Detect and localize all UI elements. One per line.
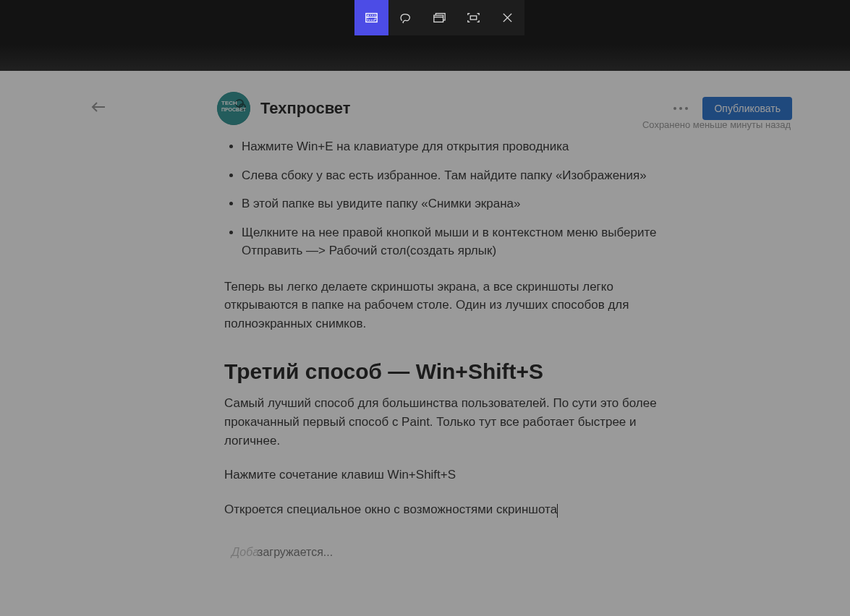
- paragraph[interactable]: Самый лучший способ для большинства поль…: [224, 394, 660, 450]
- close-icon: [501, 12, 514, 23]
- window-snip-button[interactable]: [422, 0, 456, 35]
- svg-text:TECH: TECH: [221, 100, 237, 106]
- channel-name[interactable]: Техпросвет: [260, 99, 351, 118]
- fullscreen-snip-button[interactable]: [456, 0, 490, 35]
- svg-rect-2: [367, 15, 375, 20]
- channel-avatar[interactable]: TECH ПРОСВЕТ: [217, 92, 250, 125]
- close-snip-button[interactable]: [490, 0, 524, 35]
- svg-rect-4: [434, 15, 443, 22]
- svg-point-16: [685, 107, 688, 110]
- snip-toolbar: [354, 0, 524, 35]
- add-block-placeholder: Доба: [231, 546, 259, 558]
- rectangular-snip-icon: [365, 12, 378, 23]
- text-cursor: [557, 504, 558, 518]
- svg-rect-6: [470, 16, 477, 20]
- avatar-image: TECH ПРОСВЕТ: [217, 92, 250, 125]
- article-body[interactable]: Нажмите Win+E на клавиатуре для открытия…: [224, 137, 660, 535]
- freeform-snip-icon: [399, 12, 412, 23]
- section-heading[interactable]: Третий способ — Win+Shift+S: [224, 359, 660, 384]
- fullscreen-snip-icon: [467, 12, 480, 23]
- more-menu-button[interactable]: [672, 100, 689, 117]
- list-item[interactable]: Нажмите Win+E на клавиатуре для открытия…: [242, 137, 660, 156]
- window-snip-icon: [433, 12, 446, 23]
- back-button[interactable]: [91, 101, 106, 113]
- list-item[interactable]: Щелкните на нее правой кнопкой мыши и в …: [242, 223, 660, 260]
- dots-horizontal-icon: [673, 107, 688, 110]
- list-item[interactable]: Слева сбоку у вас есть избранное. Там на…: [242, 166, 660, 185]
- svg-point-15: [679, 107, 682, 110]
- paragraph[interactable]: Нажмите сочетание клавиш Win+Shift+S: [224, 466, 660, 484]
- paragraph[interactable]: Теперь вы легко делаете скриншоты экрана…: [224, 278, 660, 333]
- loading-text: загружается...: [258, 546, 333, 558]
- add-block-row[interactable]: Добазагружается...: [231, 546, 333, 559]
- svg-point-14: [673, 107, 676, 110]
- svg-text:ПРОСВЕТ: ПРОСВЕТ: [221, 107, 247, 112]
- save-status: Сохранено меньше минуты назад: [642, 119, 791, 130]
- arrow-left-icon: [91, 101, 106, 113]
- paragraph-text: Откроется специальное окно с возможностя…: [224, 502, 557, 516]
- list-item[interactable]: В этой папке вы увидите папку «Снимки эк…: [242, 194, 660, 213]
- publish-button[interactable]: Опубликовать: [702, 97, 792, 120]
- freeform-snip-button[interactable]: [388, 0, 422, 35]
- instruction-list: Нажмите Win+E на клавиатуре для открытия…: [242, 137, 660, 260]
- paragraph-active[interactable]: Откроется специальное окно с возможностя…: [224, 500, 660, 519]
- rectangular-snip-button[interactable]: [354, 0, 388, 35]
